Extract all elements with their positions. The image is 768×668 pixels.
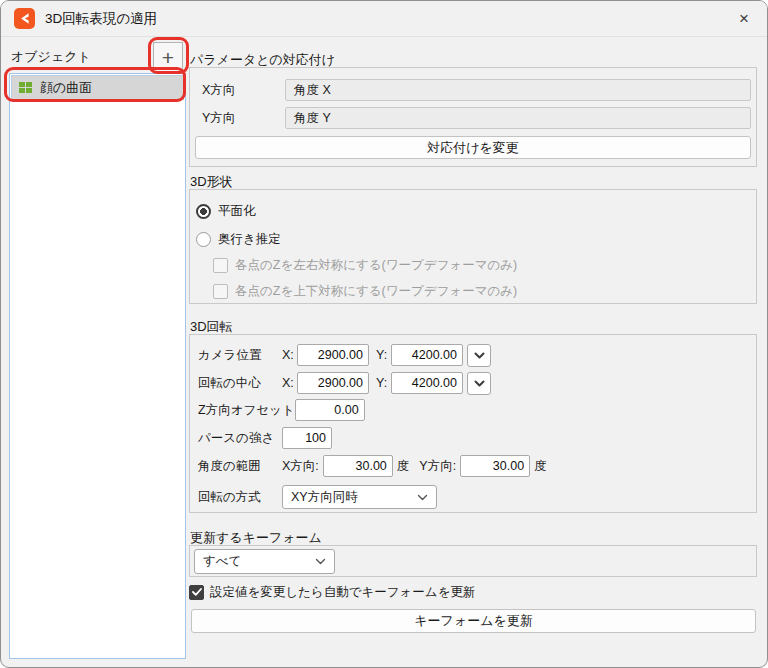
settings-panel: パラメータとの対応付け X方向 角度 X Y方向 角度 Y 対応付けを変更 3D…: [189, 41, 757, 668]
group-3d-rotation: 3D回転 カメラ位置 X: Y: 回転の中心 X: Y:: [189, 334, 757, 513]
radio-flatten[interactable]: [196, 204, 211, 219]
rotation-center-y-input[interactable]: [391, 372, 463, 394]
group-3d-rotation-title: 3D回転: [190, 318, 233, 336]
degree-unit-y: 度: [534, 458, 547, 475]
group-3d-shape-title: 3D形状: [190, 173, 233, 191]
radio-depth-estimate-label: 奥行き推定: [218, 231, 281, 248]
chevron-down-icon: [315, 558, 326, 565]
camera-x-input[interactable]: [297, 344, 369, 366]
z-offset-input[interactable]: [295, 399, 365, 421]
group-parameter-mapping: パラメータとの対応付け X方向 角度 X Y方向 角度 Y 対応付けを変更: [189, 67, 757, 167]
param-x-field: 角度 X: [285, 79, 751, 101]
center-y-label: Y:: [376, 376, 391, 390]
checkbox-z-lr-symmetric: [213, 258, 228, 273]
group-update-keyform-title: 更新するキーフォーム: [190, 529, 322, 547]
camera-y-label: Y:: [376, 348, 391, 362]
param-y-field: 角度 Y: [285, 107, 751, 129]
radio-depth-estimate[interactable]: [196, 232, 211, 247]
rotation-method-select[interactable]: XY方向同時: [282, 485, 437, 509]
rotation-center-preset-button[interactable]: [467, 372, 491, 395]
angle-range-label: 角度の範囲: [190, 458, 282, 475]
object-list[interactable]: 顔の曲面: [9, 73, 186, 659]
radio-flatten-label: 平面化: [218, 203, 256, 220]
update-keyform-button[interactable]: キーフォームを更新: [191, 609, 756, 633]
auto-update-label: 設定値を変更したら自動でキーフォームを更新: [210, 584, 475, 601]
warp-deformer-icon: [19, 82, 32, 94]
x-direction-label: X方向: [190, 82, 285, 99]
group-parameter-mapping-title: パラメータとの対応付け: [190, 51, 335, 69]
group-3d-shape: 3D形状 平面化 奥行き推定 各点のZを左右対称にする(ワープデフォーマのみ) …: [189, 189, 757, 304]
object-item-label: 顔の曲面: [40, 79, 92, 97]
checkbox-z-ud-symmetric: [213, 284, 228, 299]
checkbox-z-lr-symmetric-label: 各点のZを左右対称にする(ワープデフォーマのみ): [235, 257, 517, 274]
camera-y-input[interactable]: [391, 344, 463, 366]
title-bar: 3D回転表現の適用 ×: [1, 1, 767, 37]
y-direction-label: Y方向: [190, 110, 285, 127]
keyform-scope-select[interactable]: すべて: [194, 549, 335, 574]
degree-unit-x: 度: [397, 458, 410, 475]
perspective-strength-input[interactable]: [282, 427, 332, 449]
rotation-center-x-input[interactable]: [297, 372, 369, 394]
window-title: 3D回転表現の適用: [45, 10, 157, 28]
change-mapping-button[interactable]: 対応付けを変更: [195, 136, 751, 159]
rotation-method-label: 回転の方式: [190, 489, 282, 506]
rotation-center-label: 回転の中心: [190, 375, 282, 392]
angle-range-y-label: Y方向:: [419, 458, 456, 475]
close-button[interactable]: ×: [721, 1, 767, 36]
camera-preset-button[interactable]: [467, 344, 491, 367]
check-icon: [192, 588, 202, 596]
camera-x-label: X:: [282, 348, 297, 362]
angle-range-x-input[interactable]: [323, 455, 393, 477]
z-offset-label: Z方向オフセット: [190, 402, 295, 419]
dialog-window: 3D回転表現の適用 × オブジェクト + 顔の曲面 パラメータとの対応付け X方…: [0, 0, 768, 668]
objects-header-label: オブジェクト: [11, 48, 91, 66]
camera-position-label: カメラ位置: [190, 347, 282, 364]
center-x-label: X:: [282, 376, 297, 390]
auto-update-checkbox[interactable]: [189, 585, 204, 600]
checkbox-z-ud-symmetric-label: 各点のZを上下対称にする(ワープデフォーマのみ): [235, 283, 517, 300]
group-update-keyform: 更新するキーフォーム すべて: [189, 545, 757, 577]
plus-icon: +: [162, 47, 174, 68]
chevron-down-icon: [474, 352, 485, 359]
object-list-item-face-surface[interactable]: 顔の曲面: [11, 75, 184, 100]
live2d-logo-icon: [14, 8, 35, 29]
rotation-method-value: XY方向同時: [291, 489, 417, 506]
perspective-strength-label: パースの強さ: [190, 430, 282, 447]
angle-range-y-input[interactable]: [460, 455, 530, 477]
add-object-button[interactable]: +: [153, 42, 183, 72]
chevron-down-icon: [474, 380, 485, 387]
chevron-down-icon: [417, 494, 428, 501]
angle-range-x-label: X方向:: [282, 458, 319, 475]
keyform-scope-value: すべて: [203, 553, 315, 570]
